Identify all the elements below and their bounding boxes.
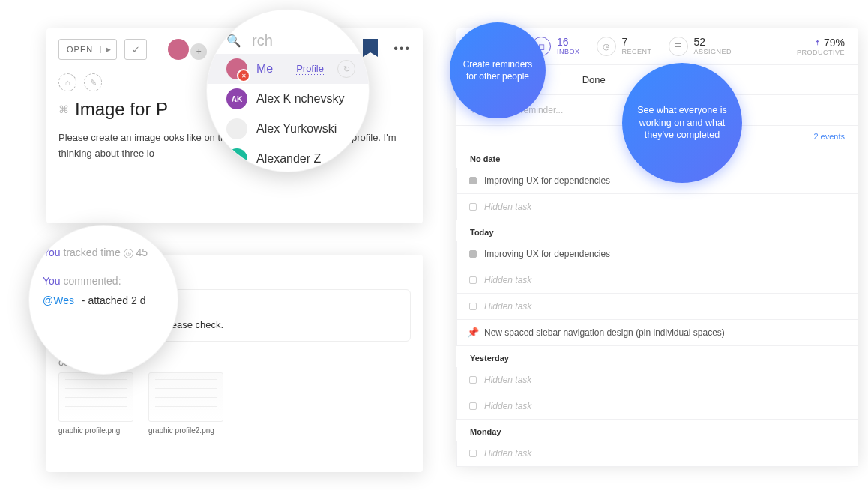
- mag-comment-row: You commented:: [43, 275, 164, 287]
- assigned-icon: ☰: [669, 37, 688, 56]
- inbox-label: INBOX: [557, 49, 580, 56]
- inbox-value: 16: [557, 37, 580, 48]
- trend-up-icon: ⇡: [814, 39, 821, 48]
- task-checkbox[interactable]: [469, 177, 477, 184]
- people-row-1-label: Alex K nchevsky: [256, 92, 344, 106]
- productive-label: PRODUCTIVE: [797, 49, 845, 56]
- mag-tracked-row: You tracked time ◷ 45: [43, 246, 164, 258]
- assigned-label: ASSIGNED: [694, 49, 732, 56]
- stat-recent[interactable]: ◷ 7RECENT: [597, 37, 652, 56]
- people-row-me-label: Me: [256, 62, 273, 76]
- task-row[interactable]: Hidden task: [456, 294, 858, 320]
- callout-see-everyone: See what everyone is working on and what…: [622, 63, 742, 183]
- task-text: Improving UX for dependencies: [484, 175, 610, 186]
- task-row[interactable]: 📌New spaced siebar navigation design (pi…: [456, 320, 858, 346]
- attachment-1[interactable]: graphic profile.png: [58, 372, 133, 435]
- assignee-avatar[interactable]: [168, 39, 189, 60]
- task-checkbox[interactable]: [469, 376, 477, 384]
- callout-text: Create reminders for other people: [462, 58, 534, 82]
- task-text: Hidden task: [484, 301, 531, 312]
- task-text: Hidden task: [484, 275, 531, 285]
- task-title[interactable]: Image for P: [75, 99, 168, 120]
- people-row-me[interactable]: Me Profile ↻: [207, 54, 369, 84]
- group-header: Monday: [456, 420, 858, 441]
- attachment-thumbs: graphic profile.png graphic profile2.png: [58, 372, 411, 435]
- attachment-2[interactable]: graphic profile2.png: [148, 372, 223, 435]
- task-checkbox[interactable]: [469, 402, 477, 410]
- task-checkbox[interactable]: [469, 203, 477, 211]
- clock-icon: ◷: [124, 249, 133, 258]
- task-row[interactable]: Hidden task: [456, 267, 858, 294]
- mag-tracked-value: 45: [136, 246, 148, 258]
- people-search-placeholder: rch: [252, 32, 273, 49]
- avatar-initials: AK: [226, 88, 247, 109]
- subtask-icon: ⌘: [58, 103, 69, 115]
- tab-done[interactable]: Done: [582, 65, 606, 94]
- recent-icon: ◷: [597, 37, 616, 56]
- search-icon: 🔍: [226, 34, 241, 48]
- mag-actor: You: [43, 275, 61, 287]
- recent-label: RECENT: [622, 49, 652, 56]
- add-tag-button[interactable]: ⌂: [58, 73, 76, 91]
- task-text: Hidden task: [484, 202, 531, 212]
- attachment-caption: graphic profile.png: [58, 426, 133, 435]
- task-row[interactable]: Hidden task: [456, 194, 858, 220]
- attachment-caption: graphic profile2.png: [148, 426, 223, 435]
- task-checkbox[interactable]: [469, 276, 477, 284]
- task-text: New spaced siebar navigation design (pin…: [484, 327, 725, 338]
- profile-link[interactable]: Profile: [296, 63, 324, 75]
- people-row-2[interactable]: Alex Yurkowski: [207, 114, 369, 144]
- group-header: Yesterday: [456, 346, 858, 367]
- stat-productive: ⇡79% PRODUCTIVE: [786, 37, 845, 56]
- avatar-photo: [226, 118, 247, 139]
- task-text: Hidden task: [484, 401, 531, 411]
- mag-mention[interactable]: @Wes: [43, 294, 74, 306]
- people-search-row[interactable]: 🔍 rch: [207, 28, 369, 54]
- mag-commented-label: commented:: [64, 275, 121, 287]
- task-row[interactable]: Hidden task: [456, 367, 858, 393]
- mag-actor: You: [43, 246, 61, 258]
- people-row-2-label: Alex Yurkowski: [256, 122, 337, 136]
- people-row-3-label: Alexander Z: [256, 152, 321, 166]
- callout-create-reminders: Create reminders for other people: [450, 22, 546, 118]
- attachment-image: [148, 372, 223, 422]
- open-status-label: OPEN: [59, 45, 100, 54]
- attachment-image: [58, 372, 133, 422]
- complete-button[interactable]: ✓: [124, 39, 147, 60]
- group-header: Today: [456, 220, 858, 241]
- recent-value: 7: [622, 37, 652, 48]
- refresh-icon[interactable]: ↻: [337, 60, 355, 78]
- task-row[interactable]: Improving UX for dependencies: [456, 241, 858, 267]
- open-status-button[interactable]: OPEN ▶: [58, 39, 117, 60]
- add-label-button[interactable]: ✎: [84, 73, 102, 91]
- task-text: Improving UX for dependencies: [484, 249, 610, 259]
- task-groups: No dateImproving UX for dependenciesHidd…: [456, 147, 858, 467]
- assigned-value: 52: [694, 37, 732, 48]
- task-checkbox[interactable]: [469, 450, 477, 457]
- productive-value: 79%: [824, 37, 845, 49]
- task-text: Hidden task: [484, 448, 531, 459]
- events-link[interactable]: 2 events: [813, 132, 845, 141]
- mag-tracked-label: tracked time: [64, 246, 121, 258]
- task-checkbox[interactable]: [469, 303, 477, 310]
- add-assignee-button[interactable]: +: [190, 43, 207, 60]
- mag-mention-row: @Wes - attached 2 d: [43, 294, 164, 306]
- mag-attach-text: - attached 2 d: [82, 294, 146, 306]
- avatar-me: [226, 58, 247, 79]
- callout-text: See what everyone is working on and what…: [634, 104, 730, 142]
- magnifier-activity: You tracked time ◷ 45 You commented: @We…: [28, 225, 178, 375]
- task-row[interactable]: Hidden task: [456, 393, 858, 420]
- magnifier-people-dropdown: 🔍 rch Me Profile ↻ AK Alex K nchevsky Al…: [206, 9, 370, 172]
- task-text: Hidden task: [484, 375, 531, 385]
- more-menu-button[interactable]: •••: [394, 42, 411, 55]
- people-row-1[interactable]: AK Alex K nchevsky: [207, 84, 369, 114]
- task-checkbox[interactable]: [469, 250, 477, 258]
- stat-assigned[interactable]: ☰ 52ASSIGNED: [669, 37, 732, 56]
- task-row[interactable]: Hidden task: [456, 441, 858, 467]
- open-status-dropdown-icon[interactable]: ▶: [100, 46, 116, 53]
- pin-icon: 📌: [467, 327, 477, 337]
